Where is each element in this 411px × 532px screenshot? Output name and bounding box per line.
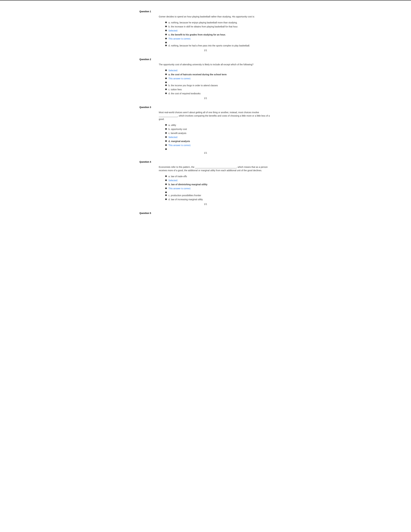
question-1-score: 1/1 — [140, 49, 271, 52]
q1-a-bullet — [165, 22, 167, 23]
q3-b: b. opportunity cost — [165, 127, 271, 131]
q4-b: b. law of diminishing marginal utility — [165, 183, 271, 186]
q1-correct-text: This answer is correct. — [168, 37, 191, 40]
question-2-text: The opportunity cost of attending univer… — [159, 63, 271, 66]
q3-correct-text: This answer is correct. — [168, 144, 191, 147]
q4-selected-text: Selected: — [168, 179, 178, 182]
question-3-answer-list: a. utilityb. opportunity costc. benefit … — [165, 124, 271, 150]
q2-correct-bullet — [165, 77, 167, 79]
question-3-label: Question 3 — [140, 106, 271, 108]
page-content: Question 1Gomer decides to spend an hour… — [133, 7, 278, 230]
question-4-label: Question 4 — [140, 161, 271, 163]
question-2-label: Question 2 — [140, 58, 271, 61]
question-2-score: 1/1 — [140, 97, 271, 99]
q3-a-text: a. utility — [168, 124, 176, 127]
top-border — [0, 0, 411, 0]
q2-correct: This answer is correct. — [165, 77, 271, 80]
q3-d-text: d. marginal analysis — [168, 140, 190, 143]
q2-b-bullet — [165, 85, 167, 86]
q1-selected-text: Selected: — [168, 29, 178, 32]
q3-c: c. benefit analysis — [165, 132, 271, 135]
question-1-label: Question 1 — [140, 10, 271, 13]
q4-d-bullet — [165, 199, 167, 200]
q2-selected-text: Selected: — [168, 69, 178, 72]
q3-c-text: c. benefit analysis — [168, 132, 186, 135]
question-2-answer-list: Selected:a. the cost of haircuts receive… — [165, 69, 271, 95]
q3-d-bullet — [165, 140, 167, 142]
q4-empty — [165, 191, 271, 193]
q2-c-text: c. tuition fees — [168, 88, 182, 91]
q4-selected: Selected: — [165, 179, 271, 182]
q2-d-bullet — [165, 93, 167, 94]
q2-empty — [165, 81, 271, 83]
q3-c-bullet — [165, 132, 167, 134]
q3-selected-bullet — [165, 136, 167, 138]
q1-selected-bullet — [165, 30, 167, 31]
q1-selected: Selected: — [165, 29, 271, 32]
q3-b-text: b. opportunity cost — [168, 127, 187, 131]
q1-empty — [165, 41, 271, 43]
q3-correct: This answer is correct. — [165, 144, 271, 147]
q3-selected: Selected: — [165, 136, 271, 139]
q1-b-text: b. the increase in skill he obtains from… — [168, 25, 238, 28]
question-1-answer-list: a. nothing, because he enjoys playing ba… — [165, 21, 271, 48]
question-4: Question 4Economists refer to this patte… — [140, 161, 271, 205]
q2-d-text: d. the cost of required textbooks — [168, 92, 200, 95]
q4-c-bullet — [165, 194, 167, 196]
question-3-text: Most real-world choices aren't about get… — [159, 111, 271, 121]
q4-correct: This answer is correct. — [165, 187, 271, 190]
question-5: Question 5 — [140, 212, 271, 214]
q1-correct-bullet — [165, 38, 167, 39]
question-3-score: 1/1 — [140, 152, 271, 154]
q4-a-bullet — [165, 175, 167, 177]
q2-b: b. the income you forgo in order to atte… — [165, 84, 271, 87]
q4-b-text: b. law of diminishing marginal utility — [168, 183, 207, 186]
q1-c-bullet — [165, 34, 167, 35]
q4-selected-bullet — [165, 180, 167, 181]
q4-c: c. production possibilities frontier — [165, 194, 271, 197]
q3-d: d. marginal analysis — [165, 140, 271, 143]
q1-b: b. the increase in skill he obtains from… — [165, 25, 271, 28]
q3-empty — [165, 148, 271, 150]
q1-c: c. the benefit to his grades from studyi… — [165, 33, 271, 37]
q4-correct-bullet — [165, 188, 167, 189]
q2-selected: Selected: — [165, 69, 271, 72]
q4-a: a. law of trade-offs — [165, 175, 271, 178]
question-5-label: Question 5 — [140, 212, 271, 214]
q1-d-text: d. nothing, because he had a free pass i… — [168, 44, 250, 48]
q4-correct-text: This answer is correct. — [168, 187, 191, 190]
q1-b-bullet — [165, 26, 167, 27]
q3-b-bullet — [165, 128, 167, 130]
q2-a-bullet — [165, 74, 167, 75]
q2-correct-text: This answer is correct. — [168, 77, 191, 80]
q3-empty-bullet — [165, 148, 167, 150]
q4-b-bullet — [165, 183, 167, 185]
question-3: Question 3Most real-world choices aren't… — [140, 106, 271, 154]
q2-empty-bullet — [165, 82, 167, 83]
q3-a: a. utility — [165, 124, 271, 127]
q4-empty-bullet — [165, 191, 167, 193]
question-1-text: Gomer decides to spend an hour playing b… — [159, 15, 271, 18]
q3-selected-text: Selected: — [168, 136, 178, 139]
q3-a-bullet — [165, 124, 167, 126]
q4-c-text: c. production possibilities frontier — [168, 194, 201, 197]
q2-a-text: a. the cost of haircuts received during … — [168, 73, 227, 76]
q3-correct-bullet — [165, 144, 167, 146]
q1-c-text: c. the benefit to his grades from studyi… — [168, 33, 226, 37]
q1-empty-bullet — [165, 42, 167, 43]
q1-correct: This answer is correct. — [165, 37, 271, 40]
q2-d: d. the cost of required textbooks — [165, 92, 271, 95]
q1-a-text: a. nothing, because he enjoys playing ba… — [168, 21, 237, 24]
question-4-score: 1/1 — [140, 203, 271, 205]
q2-a: a. the cost of haircuts received during … — [165, 73, 271, 76]
q4-a-text: a. law of trade-offs — [168, 175, 187, 178]
question-4-answer-list: a. law of trade-offsSelected:b. law of d… — [165, 175, 271, 201]
q1-d-bullet — [165, 45, 167, 46]
q2-c: c. tuition fees — [165, 88, 271, 91]
q1-a: a. nothing, because he enjoys playing ba… — [165, 21, 271, 24]
question-1: Question 1Gomer decides to spend an hour… — [140, 10, 271, 52]
q1-d: d. nothing, because he had a free pass i… — [165, 44, 271, 48]
question-4-text: Economists refer to this pattern, the __… — [159, 165, 271, 172]
q2-c-bullet — [165, 88, 167, 90]
question-2: Question 2The opportunity cost of attend… — [140, 58, 271, 99]
